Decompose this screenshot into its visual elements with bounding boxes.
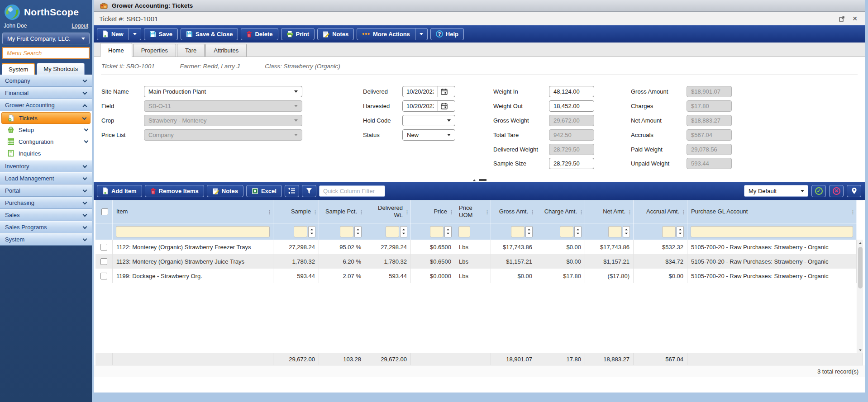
- grid-scrollbar[interactable]: [857, 240, 863, 353]
- sidebar-item-grower-accounting[interactable]: Grower Accounting: [0, 99, 92, 111]
- tab-home[interactable]: Home: [100, 43, 132, 57]
- sample-pct-filter-input[interactable]: [340, 226, 353, 237]
- spinner-control[interactable]: [444, 226, 452, 237]
- calendar-icon[interactable]: [437, 101, 451, 111]
- table-row[interactable]: 1122: Monterey (Organic) Strawberry Free…: [95, 240, 857, 254]
- notes-button[interactable]: Notes: [317, 28, 354, 40]
- sidebar-item-purchasing[interactable]: Purchasing: [0, 197, 92, 209]
- column-menu-icon[interactable]: [578, 208, 583, 215]
- row-checkbox[interactable]: [100, 244, 107, 251]
- weight-in-input[interactable]: [549, 86, 594, 97]
- scrollbar-thumb[interactable]: [858, 247, 863, 288]
- column-menu-icon[interactable]: [267, 208, 271, 215]
- grid-notes-button[interactable]: Notes: [207, 185, 243, 197]
- remove-items-button[interactable]: Remove Items: [145, 185, 204, 197]
- table-row[interactable]: 1123: Monterey (Organic) Strawberry Juic…: [95, 254, 857, 269]
- sample-filter-input[interactable]: [294, 226, 307, 237]
- table-row[interactable]: 1199: Dockage - Strawberry Org. 593.44 2…: [95, 269, 857, 283]
- row-checkbox[interactable]: [100, 258, 107, 265]
- save-button[interactable]: Save: [144, 28, 178, 40]
- sidebar-item-system[interactable]: System: [0, 233, 92, 246]
- grid-view-selector[interactable]: My Default: [744, 185, 808, 197]
- price-uom-filter-input[interactable]: [458, 226, 470, 237]
- spinner-control[interactable]: [308, 226, 315, 237]
- item-filter-input[interactable]: [116, 226, 270, 237]
- add-page-icon: [102, 187, 109, 194]
- apply-view-button[interactable]: ✓: [811, 185, 826, 197]
- status-select[interactable]: New: [402, 129, 455, 141]
- sidebar-item-company[interactable]: Company: [0, 75, 92, 87]
- sidebar-item-load-management[interactable]: Load Management: [0, 172, 92, 184]
- column-menu-icon[interactable]: [448, 208, 453, 215]
- help-button[interactable]: Help: [430, 28, 464, 40]
- purchase-gl-filter-input[interactable]: [691, 226, 853, 237]
- delete-button[interactable]: Delete: [241, 28, 278, 40]
- sidebar-item-sales[interactable]: Sales: [0, 209, 92, 221]
- gross-amt-filter-input[interactable]: [511, 226, 525, 237]
- sidebar-item-inquiries[interactable]: Inquiries: [0, 147, 92, 159]
- column-menu-icon[interactable]: [404, 208, 409, 215]
- chevron-down-icon: [83, 188, 87, 193]
- scroll-down-arrow[interactable]: [857, 347, 863, 353]
- sidebar-item-sales-programs[interactable]: Sales Programs: [0, 221, 92, 233]
- tab-properties[interactable]: Properties: [133, 44, 176, 57]
- sample-size-input[interactable]: [549, 158, 594, 169]
- add-item-button[interactable]: Add Item: [97, 185, 142, 197]
- weight-out-input[interactable]: [549, 100, 594, 112]
- column-menu-icon[interactable]: [358, 208, 363, 215]
- menu-search-input[interactable]: [2, 47, 90, 59]
- sidebar-tab-system[interactable]: System: [2, 63, 35, 75]
- sidebar-item-inventory[interactable]: Inventory: [0, 160, 92, 172]
- tab-tare[interactable]: Tare: [177, 44, 205, 57]
- sidebar-item-portal[interactable]: Portal: [0, 184, 92, 197]
- column-menu-icon[interactable]: [529, 208, 534, 215]
- spinner-control[interactable]: [623, 226, 630, 237]
- cancel-view-button[interactable]: ✕: [829, 185, 844, 197]
- hold-code-select[interactable]: [402, 115, 455, 126]
- delivered-date-input[interactable]: [403, 88, 437, 95]
- spinner-control[interactable]: [400, 226, 407, 237]
- price-filter-input[interactable]: [430, 226, 444, 237]
- column-menu-icon[interactable]: [850, 208, 854, 215]
- quick-column-filter-input[interactable]: [319, 185, 385, 197]
- logout-link[interactable]: Logout: [72, 23, 88, 29]
- spinner-control[interactable]: [677, 226, 684, 237]
- accrual-amt-filter-input[interactable]: [662, 226, 676, 237]
- popout-icon[interactable]: [839, 16, 845, 22]
- new-button[interactable]: New: [97, 28, 129, 40]
- print-button[interactable]: Print: [281, 28, 315, 40]
- new-dropdown-button[interactable]: [129, 28, 141, 40]
- column-options-button[interactable]: [285, 185, 299, 197]
- company-selector[interactable]: My Fruit Company, LLC.: [2, 33, 90, 44]
- spinner-control[interactable]: [525, 226, 533, 237]
- column-menu-icon[interactable]: [312, 208, 317, 215]
- filter-button[interactable]: [302, 185, 316, 197]
- select-all-checkbox[interactable]: [101, 208, 108, 215]
- column-menu-icon[interactable]: [681, 208, 685, 215]
- calendar-icon[interactable]: [437, 86, 451, 97]
- more-actions-button[interactable]: ••• More Actions: [357, 28, 415, 40]
- sidebar-item-tickets[interactable]: Tickets: [1, 112, 91, 124]
- sidebar-item-financial[interactable]: Financial: [0, 87, 92, 99]
- pane-splitter[interactable]: [94, 178, 865, 182]
- charge-amt-filter-input[interactable]: [560, 226, 573, 237]
- spinner-control[interactable]: [354, 226, 362, 237]
- column-menu-icon[interactable]: [627, 208, 631, 215]
- sidebar-item-configuration[interactable]: Configuration: [0, 136, 92, 147]
- column-menu-icon[interactable]: [484, 208, 489, 215]
- row-checkbox[interactable]: [100, 273, 107, 279]
- close-icon[interactable]: ✕: [852, 15, 858, 22]
- tab-attributes[interactable]: Attributes: [205, 44, 247, 57]
- harvested-date-input[interactable]: [403, 103, 437, 109]
- pin-view-button[interactable]: [847, 185, 861, 197]
- more-actions-dropdown-button[interactable]: [415, 28, 428, 40]
- delivered-wt-filter-input[interactable]: [386, 226, 399, 237]
- sidebar-item-setup[interactable]: Setup: [0, 124, 92, 136]
- spinner-control[interactable]: [574, 226, 582, 237]
- net-amt-filter-input[interactable]: [608, 226, 622, 237]
- site-name-select[interactable]: Main Production Plant: [144, 86, 302, 97]
- save-and-close-button[interactable]: Save & Close: [181, 28, 238, 40]
- scroll-up-arrow[interactable]: [857, 240, 863, 246]
- excel-export-button[interactable]: Excel: [246, 185, 282, 197]
- sidebar-tab-my-shortcuts[interactable]: My Shortcuts: [37, 63, 85, 75]
